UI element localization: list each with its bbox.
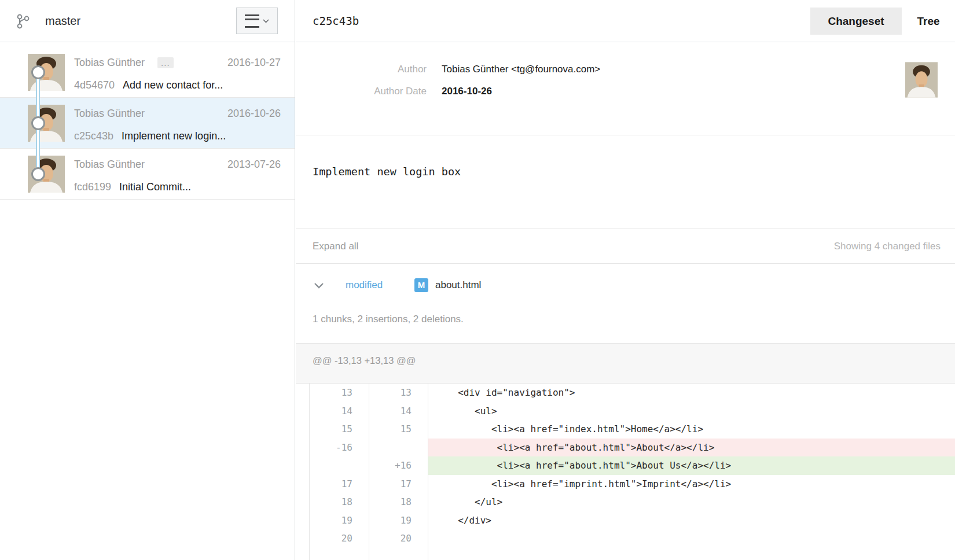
author-label: Author [311, 64, 427, 75]
diff-code-text: <li><a href="index.html">Home</a></li> [428, 420, 955, 439]
commit-text: Tobias Günther 2013-07-26 fcd6199 Initia… [74, 149, 281, 199]
history-sidebar: master Tobias Günther ... 2016-10-27 [0, 0, 295, 560]
diff-line: 17 17 <li><a href="imprint.html">Imprint… [310, 475, 955, 493]
new-line-number: 19 [369, 511, 428, 530]
view-mode-tabs: Changeset Tree [810, 8, 955, 35]
tab-tree[interactable]: Tree [902, 8, 955, 35]
git-branch-icon [16, 13, 30, 32]
old-line-number: 19 [310, 511, 369, 530]
diff-line: +16 <li><a href="about.html">About Us</a… [310, 456, 955, 475]
expand-all-link[interactable]: Expand all [313, 229, 358, 263]
commit-list: Tobias Günther ... 2016-10-27 4d54670 Ad… [0, 47, 295, 200]
commit-date: 2013-07-26 [227, 159, 281, 171]
author-date-label: Author Date [311, 86, 427, 97]
new-line-number: +16 [369, 456, 428, 475]
column-divider [428, 384, 428, 560]
modified-badge: M [414, 278, 428, 292]
diff-code-text: <li><a href="imprint.html">Imprint</a></… [428, 475, 955, 493]
new-line-number [369, 439, 428, 457]
branch-header: master [0, 0, 295, 42]
graph-node-icon [31, 116, 45, 130]
new-line-number: 17 [369, 475, 428, 493]
diff-code-text: <ul> [428, 402, 955, 421]
commit-more-badge[interactable]: ... [157, 57, 174, 68]
commit-list-item[interactable]: Tobias Günther 2016-10-26 c25c43b Implem… [0, 98, 295, 149]
diff-code-text: <div id="navigation"> [428, 384, 955, 402]
diff-code-text: </ul> [428, 493, 955, 511]
commit-author: Tobias Günther [74, 57, 145, 69]
graph-node-icon [31, 167, 45, 181]
commit-detail-panel: c25c43b Changeset Tree Author Tobias Gün… [296, 0, 955, 560]
diff-rows: 13 13 <div id="navigation"> 14 14 <ul> 1… [310, 384, 955, 548]
commit-message-body: Implement new login box [313, 163, 461, 180]
old-line-number: -16 [310, 439, 369, 457]
commit-date: 2016-10-26 [227, 108, 281, 120]
tab-changeset[interactable]: Changeset [810, 8, 902, 35]
author-date-value: 2016-10-26 [442, 86, 492, 97]
diff-code-text: <li><a href="about.html">About</a></li> [428, 439, 955, 457]
commit-list-item[interactable]: Tobias Günther 2013-07-26 fcd6199 Initia… [0, 149, 295, 200]
detail-header: c25c43b Changeset Tree [296, 0, 955, 42]
file-status-label: modified [346, 276, 383, 294]
new-line-number: 14 [369, 402, 428, 421]
new-line-number: 15 [369, 420, 428, 439]
author-value: Tobias Günther <tg@fournova.com> [442, 64, 600, 75]
commit-text: Tobias Günther 2016-10-26 c25c43b Implem… [74, 98, 281, 148]
current-branch-label: master [45, 0, 80, 42]
commit-author: Tobias Günther [74, 108, 145, 120]
old-line-number [310, 456, 369, 475]
commit-message: Implement new login... [122, 130, 226, 142]
diff-code-text: </div> [428, 511, 955, 530]
commit-hash: c25c43b [74, 130, 113, 142]
chunk-header-text: @@ -13,13 +13,13 @@ [313, 355, 416, 366]
old-line-number: 20 [310, 529, 369, 548]
diff-line: 15 15 <li><a href="index.html">Home</a><… [310, 420, 955, 439]
divider [296, 263, 955, 264]
commit-message: Initial Commit... [119, 181, 191, 193]
diff-line: 13 13 <div id="navigation"> [310, 384, 955, 402]
commit-text: Tobias Günther ... 2016-10-27 4d54670 Ad… [74, 47, 281, 97]
commit-hash: 4d54670 [74, 79, 115, 91]
file-name: about.html [435, 276, 481, 294]
commit-message: Add new contact for... [123, 79, 223, 91]
author-avatar [905, 62, 938, 98]
chunk-header-band: @@ -13,13 +13,13 @@ [296, 343, 955, 384]
branch-options-button[interactable] [236, 8, 278, 34]
diff-code-text [428, 529, 955, 548]
commit-list-item[interactable]: Tobias Günther ... 2016-10-27 4d54670 Ad… [0, 47, 295, 98]
old-line-number: 15 [310, 420, 369, 439]
old-line-number: 17 [310, 475, 369, 493]
diff-line: 18 18 </ul> [310, 493, 955, 511]
divider [296, 135, 955, 135]
changed-files-summary: Showing 4 changed files [834, 229, 941, 263]
column-divider [369, 384, 369, 560]
diff-table: 13 13 <div id="navigation"> 14 14 <ul> 1… [309, 384, 955, 560]
file-diff-stats: 1 chunks, 2 insertions, 2 deletions. [313, 311, 464, 327]
changed-files-bar: Expand all Showing 4 changed files [296, 229, 955, 263]
diff-line: -16 <li><a href="about.html">About</a></… [310, 439, 955, 457]
commit-date: 2016-10-27 [227, 57, 281, 69]
new-line-number: 20 [369, 529, 428, 548]
detail-commit-id: c25c43b [313, 0, 359, 42]
diff-line: 14 14 <ul> [310, 402, 955, 421]
commit-author: Tobias Günther [74, 159, 145, 171]
diff-line: 20 20 [310, 529, 955, 548]
old-line-number: 13 [310, 384, 369, 402]
new-line-number: 13 [369, 384, 428, 402]
collapse-chevron-icon[interactable] [314, 281, 324, 291]
hamburger-icon [245, 14, 259, 28]
diff-code-text: <li><a href="about.html">About Us</a></l… [428, 456, 955, 475]
changed-file-row[interactable]: modified M about.html [296, 276, 955, 294]
old-line-number: 14 [310, 402, 369, 421]
commit-hash: fcd6199 [74, 181, 111, 193]
old-line-number: 18 [310, 493, 369, 511]
graph-node-icon [31, 65, 45, 79]
chevron-down-icon [263, 19, 269, 23]
new-line-number: 18 [369, 493, 428, 511]
diff-line: 19 19 </div> [310, 511, 955, 530]
